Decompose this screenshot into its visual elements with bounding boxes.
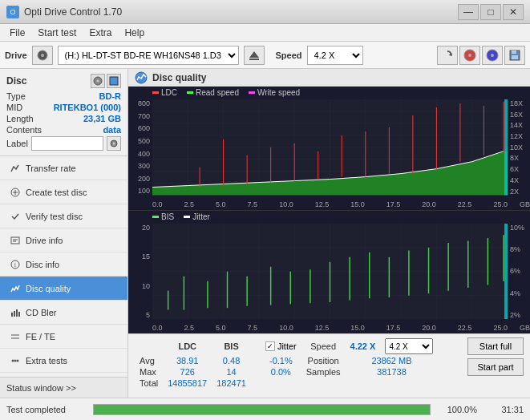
- svg-rect-3: [249, 59, 259, 60]
- disc-label-row: Label: [6, 136, 121, 151]
- stats-row: LDC BIS ✓ Jitter Speed 4.22 X: [128, 333, 530, 398]
- legend-jitter-color: [184, 216, 190, 218]
- jitter-label: Jitter: [277, 341, 297, 351]
- chart2: BIS Jitter 20 15 10 5 10% 8%: [128, 211, 530, 334]
- chart1-y-axis-right: 18X 16X 14X 12X 10X 8X 6X 4X 2X: [508, 99, 530, 196]
- speed-select[interactable]: 4.2 X: [307, 46, 363, 65]
- app-icon: O: [6, 6, 19, 18]
- chart1-x-axis: 0.0 2.5 5.0 7.5 10.0 12.5 15.0 17.5 20.0…: [152, 200, 508, 208]
- svg-rect-11: [512, 55, 518, 59]
- stats-header-blank: [135, 337, 163, 355]
- legend-jitter: Jitter: [184, 212, 210, 221]
- menu-file[interactable]: File: [3, 26, 31, 40]
- legend-ldc: LDC: [152, 88, 177, 97]
- drive-action-buttons: [437, 46, 525, 65]
- stats-samples-label: Samples: [301, 366, 346, 378]
- progress-bar-container: [93, 404, 431, 415]
- content-area: Disc quality LDC Read speed: [128, 69, 530, 398]
- disc-contents-value: data: [103, 125, 121, 135]
- jitter-checkbox[interactable]: ✓: [265, 341, 275, 351]
- stats-col-bis: BIS: [212, 337, 251, 355]
- svg-rect-26: [14, 311, 15, 317]
- sidebar-item-fe-te[interactable]: FE / TE: [0, 325, 127, 349]
- eject-button[interactable]: [244, 46, 265, 65]
- disc-icon-2[interactable]: [107, 74, 121, 88]
- sidebar-item-cd-bler-label: CD Bler: [26, 308, 57, 317]
- disc-quality-title: Disc quality: [152, 72, 206, 83]
- svg-rect-28: [18, 312, 20, 317]
- svg-rect-66: [504, 99, 508, 196]
- start-full-button[interactable]: Start full: [467, 337, 524, 355]
- stats-samples-value: 381738: [346, 366, 439, 378]
- maximize-button[interactable]: □: [480, 4, 501, 20]
- disc-length-value: 23,31 GB: [83, 114, 121, 123]
- sidebar-item-drive-info[interactable]: Drive info: [0, 228, 127, 252]
- chart2-y-axis-left: 20 15 10 5: [128, 224, 152, 320]
- menu-start-test[interactable]: Start test: [31, 26, 83, 40]
- legend-write-speed: Write speed: [249, 88, 300, 97]
- sidebar-item-create-test-disc[interactable]: Create test disc: [0, 180, 127, 204]
- disc-contents-label: Contents: [6, 125, 42, 135]
- minimize-button[interactable]: —: [458, 4, 479, 20]
- sidebar-item-transfer-rate[interactable]: Transfer rate: [0, 156, 127, 180]
- label-button[interactable]: [107, 136, 121, 151]
- sidebar-item-verify-test-disc[interactable]: Verify test disc: [0, 204, 127, 228]
- svg-marker-2: [249, 51, 259, 58]
- stats-avg-jitter: -0.1%: [261, 355, 301, 366]
- legend-read-label: Read speed: [196, 88, 239, 97]
- start-part-button[interactable]: Start part: [467, 358, 524, 376]
- menu-bar: File Start test Extra Help: [0, 24, 530, 42]
- close-button[interactable]: ✕: [503, 4, 524, 20]
- fe-te-icon: [10, 331, 21, 342]
- sidebar-item-disc-info-label: Disc info: [26, 260, 59, 269]
- sidebar-item-disc-quality[interactable]: Disc quality: [0, 277, 127, 301]
- sidebar-item-disc-info[interactable]: i Disc info: [0, 252, 127, 277]
- stats-avg-label: Avg: [135, 355, 163, 366]
- svg-point-8: [491, 54, 494, 57]
- stats-speed-select-cell: 4.2 X: [380, 337, 438, 355]
- legend-ldc-color: [152, 91, 159, 94]
- disc-mid-row: MID RITEKBO1 (000): [6, 103, 121, 112]
- menu-help[interactable]: Help: [118, 26, 151, 40]
- label-input[interactable]: [31, 136, 103, 151]
- drive-select[interactable]: (H:) HL-DT-ST BD-RE WH16NS48 1.D3: [58, 46, 239, 65]
- progress-text: 100.0%: [437, 405, 477, 414]
- disc-panel: Disc Type BD-R MID RITEKBO1 (000): [0, 69, 127, 156]
- refresh-button[interactable]: [437, 46, 458, 65]
- drive-info-icon: [10, 235, 21, 246]
- sidebar-item-cd-bler[interactable]: CD Bler: [0, 301, 127, 325]
- legend-bis-label: BIS: [161, 212, 174, 221]
- disc-write-button[interactable]: [482, 46, 503, 65]
- stats-table: LDC BIS ✓ Jitter Speed 4.22 X: [135, 337, 461, 394]
- disc-icon-1[interactable]: [91, 74, 105, 88]
- time-text: 31:31: [483, 405, 524, 414]
- disc-read-button[interactable]: [459, 46, 480, 65]
- svg-point-13: [97, 80, 99, 83]
- stats-jitter-check-cell: ✓ Jitter: [261, 337, 301, 355]
- svg-rect-27: [16, 309, 18, 317]
- chart2-plot: [152, 224, 508, 320]
- disc-type-label: Type: [6, 91, 26, 101]
- svg-point-33: [17, 359, 19, 361]
- stats-max-jitter: 0.0%: [261, 366, 301, 378]
- svg-rect-14: [110, 77, 118, 85]
- stats-speed-select[interactable]: 4.2 X: [385, 338, 433, 354]
- cd-bler-icon: [10, 307, 21, 318]
- stats-total-bis: 182471: [212, 378, 251, 389]
- chart2-x-axis: 0.0 2.5 5.0 7.5 10.0 12.5 15.0 17.5 20.0…: [152, 324, 508, 332]
- chart2-x-unit: GB: [520, 324, 530, 332]
- sidebar-item-transfer-rate-label: Transfer rate: [26, 164, 76, 173]
- disc-header: Disc: [6, 74, 121, 88]
- menu-extra[interactable]: Extra: [83, 26, 118, 40]
- chart2-legend: BIS Jitter: [152, 212, 210, 221]
- disc-mid-label: MID: [6, 103, 22, 112]
- stats-avg-bis: 0.48: [212, 355, 251, 366]
- stats-col-blank: [251, 337, 261, 355]
- save-button[interactable]: [504, 46, 525, 65]
- sidebar-item-disc-quality-label: Disc quality: [26, 284, 71, 293]
- drive-bar: Drive (H:) HL-DT-ST BD-RE WH16NS48 1.D3 …: [0, 42, 530, 69]
- status-window-label: Status window >>: [6, 383, 76, 393]
- status-window-button[interactable]: Status window >>: [0, 377, 127, 398]
- sidebar-item-extra-tests[interactable]: Extra tests: [0, 349, 127, 373]
- svg-point-6: [468, 54, 471, 57]
